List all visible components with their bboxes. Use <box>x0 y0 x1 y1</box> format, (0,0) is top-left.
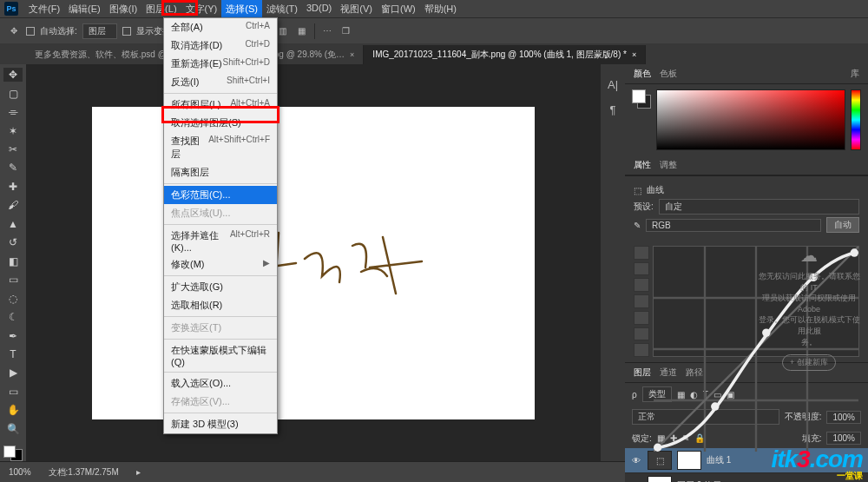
layer-thumbnail[interactable] <box>648 476 672 482</box>
eye-icon[interactable]: 👁 <box>630 456 642 465</box>
gradient-tool[interactable]: ▭ <box>3 273 23 287</box>
close-icon[interactable]: × <box>632 50 636 59</box>
paragraph-panel-icon[interactable]: ¶ <box>610 103 616 116</box>
align-bottom-icon[interactable]: ▦ <box>295 24 309 38</box>
menu-图层[interactable]: 图层(L) <box>141 0 181 18</box>
document-info[interactable]: 文档:1.37M/2.75M <box>49 466 119 479</box>
menu-item[interactable]: 所有图层(L)Alt+Ctrl+A <box>164 96 277 114</box>
menu-item: 存储选区(V)... <box>164 393 277 411</box>
menu-item[interactable]: 色彩范围(C)... <box>164 186 277 204</box>
menu-item[interactable]: 新建 3D 模型(3) <box>164 415 277 433</box>
menu-item[interactable]: 取消选择(D)Ctrl+D <box>164 36 277 55</box>
history-brush-tool[interactable]: ↺ <box>3 235 23 249</box>
layer-thumbnail[interactable]: ⬚ <box>648 451 672 470</box>
preset-label: 预设: <box>634 201 654 213</box>
menu-窗口[interactable]: 窗口(W) <box>377 0 420 18</box>
dodge-tool[interactable]: ☾ <box>3 310 23 324</box>
sampler-icon[interactable]: ✎ <box>634 221 641 230</box>
healing-tool[interactable]: ✚ <box>3 180 23 194</box>
auto-button[interactable]: 自动 <box>826 217 859 233</box>
menu-item[interactable]: 选择并遮住(K)...Alt+Ctrl+R <box>164 227 277 255</box>
menu-item[interactable]: 选取相似(R) <box>164 296 277 314</box>
eyedropper-tool[interactable]: ✎ <box>3 161 23 175</box>
document-tab[interactable]: IMG_20171023_111604_副本.png @ 100% (曲线 1,… <box>364 45 646 64</box>
lasso-tool[interactable]: ⌯ <box>3 105 23 119</box>
panel-swatch[interactable] <box>632 89 651 109</box>
curve-point-tool[interactable] <box>634 246 649 260</box>
adjustments-tab[interactable]: 调整 <box>660 159 677 171</box>
menu-文字[interactable]: 文字(Y) <box>181 0 222 18</box>
pen-tool[interactable]: ✒ <box>3 328 23 342</box>
app-logo: Ps <box>4 2 18 16</box>
curve-clip-tool[interactable] <box>634 343 649 357</box>
stamp-tool[interactable]: ▲ <box>3 217 23 231</box>
auto-select-checkbox[interactable] <box>26 27 35 36</box>
close-icon[interactable]: × <box>350 50 354 59</box>
hue-slider[interactable] <box>851 89 861 150</box>
collapsed-panel-column: A| ¶ <box>601 64 625 461</box>
zoom-level[interactable]: 100% <box>9 467 31 477</box>
menu-item[interactable]: 全部(A)Ctrl+A <box>164 18 277 36</box>
type-tool[interactable]: T <box>3 347 23 361</box>
menu-3D[interactable]: 3D(D) <box>302 0 336 18</box>
gray-sampler[interactable] <box>634 311 649 325</box>
layer-name[interactable]: 曲线 1 <box>707 454 731 466</box>
layers-tab[interactable]: 图层 <box>634 366 651 379</box>
menu-选择[interactable]: 选择(S) <box>221 0 262 18</box>
lock-label: 锁定: <box>632 432 652 445</box>
menu-文件[interactable]: 文件(F) <box>24 0 64 18</box>
swatches-tab[interactable]: 色板 <box>660 68 677 80</box>
distribute-icon[interactable]: ⋯ <box>320 24 334 38</box>
menu-编辑[interactable]: 编辑(E) <box>64 0 105 18</box>
status-arrow-icon[interactable]: ▸ <box>136 467 141 477</box>
cloud-library-icon: ☁ <box>757 243 861 267</box>
auto-select-target-dropdown[interactable]: 图层 <box>82 23 117 39</box>
color-tab[interactable]: 颜色 <box>634 68 651 80</box>
menu-item[interactable]: 取消选择图层(S) <box>164 114 277 132</box>
menu-item[interactable]: 反选(I)Shift+Ctrl+I <box>164 73 277 91</box>
color-field[interactable] <box>656 89 845 150</box>
menu-滤镜[interactable]: 滤镜(T) <box>262 0 302 18</box>
path-select-tool[interactable]: ▶ <box>3 366 23 380</box>
mask-thumbnail[interactable] <box>677 451 701 470</box>
black-sampler[interactable] <box>634 327 649 341</box>
menubar: Ps 文件(F)编辑(E)图像(I)图层(L)文字(Y)选择(S)滤镜(T)3D… <box>0 0 868 17</box>
menu-帮助[interactable]: 帮助(H) <box>420 0 461 18</box>
menu-item[interactable]: 隔离图层 <box>164 163 277 182</box>
menu-item[interactable]: 载入选区(O)... <box>164 374 277 393</box>
create-new-library-button[interactable]: + 创建新库 <box>782 354 836 371</box>
crop-tool[interactable]: ✂ <box>3 142 23 156</box>
properties-tab[interactable]: 属性 <box>634 159 651 171</box>
quick-select-tool[interactable]: ✶ <box>3 123 23 137</box>
white-sampler[interactable] <box>634 294 649 308</box>
channel-dropdown[interactable]: RGB <box>646 219 821 232</box>
menu-item[interactable]: 扩大选取(G) <box>164 278 277 296</box>
curve-draw-tool[interactable] <box>634 262 649 276</box>
libraries-tab[interactable]: 库 <box>851 68 859 80</box>
show-transform-checkbox[interactable] <box>122 27 131 36</box>
menu-item: 变换选区(T) <box>164 319 277 337</box>
3d-mode-icon[interactable]: ❒ <box>339 24 353 38</box>
color-swatch[interactable] <box>3 446 23 461</box>
move-tool[interactable]: ✥ <box>3 68 23 82</box>
hand-tool[interactable]: ✋ <box>3 403 23 417</box>
menu-item[interactable]: 查找图层Alt+Shift+Ctrl+F <box>164 132 277 163</box>
curve-smooth-tool[interactable] <box>634 278 649 292</box>
zoom-tool[interactable]: 🔍 <box>3 422 23 436</box>
menu-视图[interactable]: 视图(V) <box>336 0 377 18</box>
shape-tool[interactable]: ▭ <box>3 385 23 399</box>
align-middle-icon[interactable]: ▥ <box>276 24 290 38</box>
menu-item[interactable]: 修改(M)▶ <box>164 255 277 274</box>
blur-tool[interactable]: ◌ <box>3 291 23 305</box>
character-panel-icon[interactable]: A| <box>608 78 618 91</box>
menu-图像[interactable]: 图像(I) <box>105 0 141 18</box>
eraser-tool[interactable]: ◧ <box>3 254 23 268</box>
brush-tool[interactable]: 🖌 <box>3 198 23 212</box>
menu-item[interactable]: 重新选择(E)Shift+Ctrl+D <box>164 55 277 73</box>
menu-item[interactable]: 在快速蒙版模式下编辑(Q) <box>164 341 277 370</box>
menu-item: 焦点区域(U)... <box>164 204 277 222</box>
filter-icon[interactable]: ρ <box>632 390 637 399</box>
marquee-tool[interactable]: ▢ <box>3 86 23 100</box>
document-canvas[interactable] <box>92 107 535 419</box>
preset-dropdown[interactable]: 自定 <box>659 199 859 215</box>
